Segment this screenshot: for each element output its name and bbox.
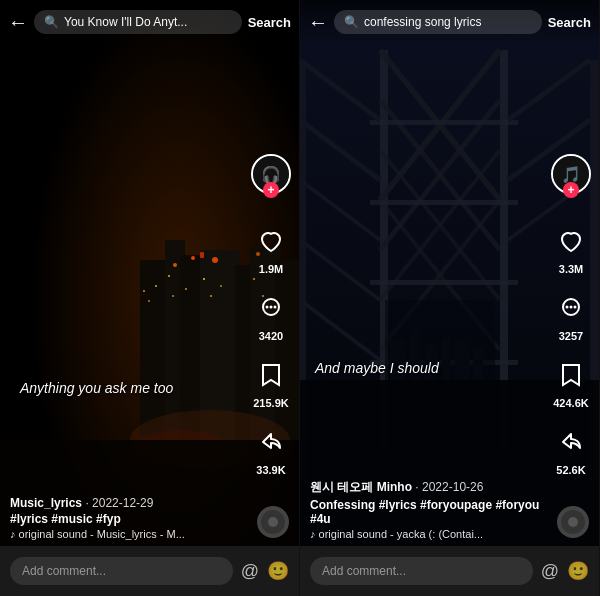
right-comment-item: 3257	[552, 289, 590, 342]
left-video-caption: Anything you ask me too	[20, 380, 173, 396]
right-bookmark-item: 424.6K	[552, 356, 590, 409]
svg-rect-44	[370, 280, 518, 285]
right-search-query: confessing song lyrics	[364, 15, 481, 29]
svg-point-11	[212, 257, 218, 263]
right-like-item: 3.3M	[552, 222, 590, 275]
svg-point-30	[274, 306, 277, 309]
left-top-bar: ← 🔍 You Know I'll Do Anyt... Search	[0, 0, 299, 44]
right-search-box[interactable]: 🔍 confessing song lyrics	[334, 10, 542, 34]
left-search-query: You Know I'll Do Anyt...	[64, 15, 187, 29]
right-video-caption: And maybe I should	[315, 360, 439, 376]
svg-rect-13	[143, 290, 145, 292]
right-comment-button[interactable]	[552, 289, 590, 327]
svg-rect-61	[442, 338, 450, 380]
svg-rect-62	[455, 342, 469, 380]
right-sound-disc-inner	[568, 517, 578, 527]
svg-point-9	[191, 256, 195, 260]
left-panel: ← 🔍 You Know I'll Do Anyt... Search Anyt…	[0, 0, 300, 596]
left-share-button[interactable]	[252, 423, 290, 461]
left-sound-disc-inner	[268, 517, 278, 527]
svg-rect-63	[473, 348, 483, 380]
left-date: · 2022-12-29	[85, 496, 153, 510]
left-bookmark-button[interactable]	[252, 356, 290, 394]
left-bottom-info: Music_lyrics · 2022-12-29 #lyrics #music…	[10, 496, 244, 540]
right-comment-bar: Add comment... @ 🙂	[300, 546, 599, 596]
right-sound: ♪ original sound - yacka (: (Contai...	[310, 528, 544, 540]
left-comment-bar: Add comment... @ 🙂	[0, 546, 299, 596]
left-sound: ♪ original sound - Music_lyrics - M...	[10, 528, 244, 540]
left-sound-disc[interactable]	[257, 506, 289, 538]
right-sound-disc[interactable]	[557, 506, 589, 538]
svg-point-8	[173, 263, 177, 267]
svg-rect-42	[370, 120, 518, 125]
svg-rect-10	[200, 252, 204, 258]
svg-rect-43	[370, 200, 518, 205]
svg-point-65	[566, 306, 569, 309]
right-emoji-icon[interactable]: 🙂	[567, 560, 589, 582]
left-share-count: 33.9K	[256, 464, 285, 476]
svg-point-67	[574, 306, 577, 309]
right-follow-button[interactable]: +	[563, 182, 579, 198]
right-panel: ← 🔍 confessing song lyrics Search And ma…	[300, 0, 600, 596]
left-search-button[interactable]: Search	[248, 15, 291, 30]
svg-rect-16	[168, 275, 170, 277]
svg-rect-18	[185, 288, 187, 290]
left-at-icon[interactable]: @	[241, 561, 259, 582]
right-share-item: 52.6K	[552, 423, 590, 476]
left-like-count: 1.9M	[259, 263, 283, 275]
left-emoji-icon[interactable]: 🙂	[267, 560, 289, 582]
left-bookmark-count: 215.9K	[253, 397, 288, 409]
svg-point-28	[266, 306, 269, 309]
left-bookmark-item: 215.9K	[252, 356, 290, 409]
svg-rect-14	[148, 300, 150, 302]
svg-rect-21	[220, 285, 222, 287]
left-comment-count: 3420	[259, 330, 283, 342]
left-comment-button[interactable]	[252, 289, 290, 327]
left-username-line: Music_lyrics · 2022-12-29	[10, 496, 244, 510]
right-username-line: 웬시 테오페 Minho · 2022-10-26	[310, 479, 544, 496]
right-like-count: 3.3M	[559, 263, 583, 275]
right-tags: Confessing #lyrics #foryoupage #foryou #…	[310, 498, 544, 526]
right-back-button[interactable]: ←	[308, 12, 328, 32]
left-search-box[interactable]: 🔍 You Know I'll Do Anyt...	[34, 10, 242, 34]
left-like-item: 1.9M	[252, 222, 290, 275]
left-like-button[interactable]	[252, 222, 290, 260]
left-search-icon: 🔍	[44, 15, 59, 29]
right-bookmark-button[interactable]	[552, 356, 590, 394]
right-top-bar: ← 🔍 confessing song lyrics Search	[300, 0, 599, 44]
left-comment-item: 3420	[252, 289, 290, 342]
left-share-item: 33.9K	[252, 423, 290, 476]
right-share-button[interactable]	[552, 423, 590, 461]
svg-rect-17	[172, 295, 174, 297]
right-search-icon: 🔍	[344, 15, 359, 29]
svg-rect-20	[210, 295, 212, 297]
left-follow-button[interactable]: +	[263, 182, 279, 198]
right-share-count: 52.6K	[556, 464, 585, 476]
left-back-button[interactable]: ←	[8, 12, 28, 32]
right-comment-count: 3257	[559, 330, 583, 342]
left-tags: #lyrics #music #fyp	[10, 512, 244, 526]
svg-point-66	[570, 306, 573, 309]
left-comment-input[interactable]: Add comment...	[10, 557, 233, 585]
svg-rect-19	[203, 278, 205, 280]
svg-point-29	[270, 306, 273, 309]
left-username: Music_lyrics	[10, 496, 82, 510]
right-bottom-info: 웬시 테오페 Minho · 2022-10-26 Confessing #ly…	[310, 479, 544, 540]
right-bookmark-count: 424.6K	[553, 397, 588, 409]
right-like-button[interactable]	[552, 222, 590, 260]
right-search-button[interactable]: Search	[548, 15, 591, 30]
left-avatar-container[interactable]: 🎧 +	[251, 154, 291, 194]
right-username: 웬시 테오페 Minho	[310, 480, 412, 494]
right-action-bar: 🎵 + 3.3M 3257	[551, 154, 591, 476]
right-at-icon[interactable]: @	[541, 561, 559, 582]
svg-rect-15	[155, 285, 157, 287]
right-comment-input[interactable]: Add comment...	[310, 557, 533, 585]
right-date: · 2022-10-26	[415, 480, 483, 494]
left-action-bar: 🎧 + 1.9M 3420	[251, 154, 291, 476]
right-avatar-container[interactable]: 🎵 +	[551, 154, 591, 194]
